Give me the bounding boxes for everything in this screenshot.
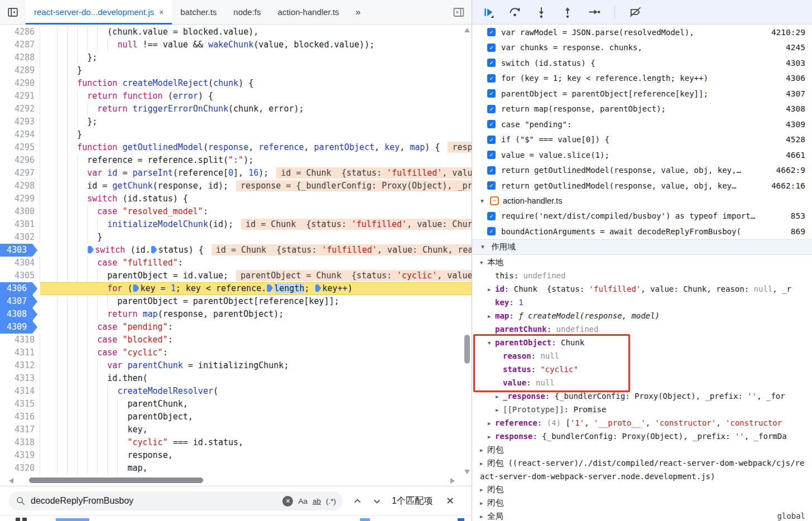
toggle-navigator-button[interactable] <box>0 0 26 24</box>
deactivate-breakpoints-button[interactable] <box>629 6 642 18</box>
editor-tab[interactable]: node:fs <box>225 0 269 24</box>
breakpoint-row[interactable]: boundActionArguments = await decodeReply… <box>472 224 812 239</box>
scope-row[interactable]: ▶闭包 ((react-server)/./dist/compiled/reac… <box>472 457 812 483</box>
line-number[interactable]: 4293 <box>0 115 40 128</box>
editor-tab[interactable]: batcher.ts <box>172 0 225 24</box>
scroll-left-arrow[interactable] <box>9 478 13 484</box>
line-number[interactable]: 4301 <box>0 218 40 231</box>
chevron-right-icon[interactable]: ▶ <box>480 444 487 457</box>
line-number[interactable]: 4302 <box>0 231 40 244</box>
line-number[interactable]: 4289 <box>0 64 40 77</box>
line-number[interactable]: 4305 <box>0 269 40 282</box>
line-number[interactable]: 4300 <box>0 205 40 218</box>
line-number[interactable]: 4290 <box>0 77 40 90</box>
breakpoint-checkbox-checked[interactable] <box>487 44 496 52</box>
chevron-right-icon[interactable]: ▶ <box>496 390 503 403</box>
continue-to-location-marker[interactable] <box>133 284 139 292</box>
continue-to-location-marker[interactable] <box>151 246 157 253</box>
line-number[interactable]: 4291 <box>0 90 40 103</box>
breakpoint-row[interactable]: require('next/dist/compiled/busboy') as … <box>472 209 812 224</box>
line-number[interactable]: 4320 <box>0 462 40 475</box>
scope-row[interactable]: ▶response: {_bundlerConfig: Proxy(Object… <box>472 430 812 443</box>
line-number[interactable]: 4287 <box>0 38 40 51</box>
toggle-debugger-sidebar-button[interactable] <box>446 0 472 24</box>
resume-script-button[interactable] <box>482 6 494 18</box>
line-number[interactable]: 4317 <box>0 423 40 436</box>
scroll-up-arrow[interactable] <box>464 28 470 32</box>
chevron-right-icon[interactable]: ▶ <box>480 497 487 510</box>
horizontal-scrollbar[interactable] <box>0 475 472 486</box>
find-input-pill[interactable]: ✕ Aa ab (.*) <box>9 491 343 510</box>
scope-row[interactable]: ▼parentObject: Chunk <box>472 336 812 350</box>
breakpoint-checkbox-checked[interactable] <box>487 151 496 159</box>
more-tabs-button[interactable]: » <box>348 0 369 24</box>
source-code-editor[interactable]: 4286 (chunk.value = blocked.value),4287 … <box>0 25 472 475</box>
breakpoint-badge[interactable]: 4303 <box>0 244 40 257</box>
previous-match-button[interactable] <box>353 496 362 506</box>
line-number[interactable]: 4295 <box>0 141 40 154</box>
chevron-right-icon[interactable]: ▶ <box>488 431 495 443</box>
scope-row[interactable]: key: 1 <box>472 296 812 310</box>
scope-row[interactable]: value: null <box>472 377 812 390</box>
breakpoint-row[interactable]: return getOutlinedModel(response, value,… <box>472 163 812 179</box>
breakpoint-checkbox-checked[interactable] <box>487 74 496 83</box>
breakpoint-checkbox-checked[interactable] <box>487 166 496 175</box>
match-case-toggle[interactable]: Aa <box>298 497 307 505</box>
scope-row[interactable]: this: undefined <box>472 269 812 283</box>
scope-row[interactable]: ▶_response: {_bundlerConfig: Proxy(Objec… <box>472 390 812 403</box>
editor-tab[interactable]: action-handler.ts <box>270 0 348 24</box>
line-number[interactable]: 4316 <box>0 411 40 423</box>
breakpoint-checkbox-checked[interactable] <box>487 227 496 235</box>
step-over-button[interactable] <box>508 6 521 18</box>
scroll-down-arrow[interactable] <box>464 470 470 474</box>
breakpoint-checkbox-checked[interactable] <box>487 59 496 67</box>
chevron-right-icon[interactable]: ▶ <box>480 510 487 521</box>
continue-to-location-marker[interactable] <box>88 246 94 253</box>
line-number[interactable]: 4314 <box>0 385 40 398</box>
step-button[interactable] <box>588 6 600 18</box>
breakpoint-row[interactable]: return getOutlinedModel(response, value,… <box>472 178 812 194</box>
breakpoint-checkbox-checked[interactable] <box>487 28 496 36</box>
breakpoint-row[interactable]: var chunks = response._chunks,4245 <box>472 40 812 56</box>
chevron-right-icon[interactable]: ▶ <box>488 283 495 296</box>
scope-row[interactable]: ▶id: Chunk {status: 'fulfilled', value: … <box>472 283 812 296</box>
step-into-button[interactable] <box>535 6 547 18</box>
scope-row[interactable]: ▶闭包 <box>472 496 812 510</box>
line-number[interactable]: 4292 <box>0 103 40 115</box>
scope-row[interactable]: ▶全局global <box>472 510 812 521</box>
breakpoint-badge[interactable]: 4306 <box>0 282 40 295</box>
breakpoint-file-group-header[interactable]: ▼action-handler.ts <box>472 194 812 209</box>
breakpoint-badge[interactable]: 4308 <box>0 308 40 321</box>
line-number[interactable]: 4315 <box>0 398 40 411</box>
vertical-scroll-thumb[interactable] <box>464 335 470 364</box>
next-match-button[interactable] <box>372 496 382 506</box>
breakpoint-checkbox-checked[interactable] <box>487 105 496 113</box>
line-number[interactable]: 4311 <box>0 346 40 359</box>
scope-row[interactable]: ▼本地 <box>472 256 812 269</box>
line-number[interactable]: 4312 <box>0 359 40 372</box>
find-input[interactable] <box>31 496 277 506</box>
editor-tab[interactable]: react-server-do...development.js× <box>26 0 172 24</box>
breakpoint-row[interactable]: return map(response, parentObject);4308 <box>472 102 812 117</box>
scope-row[interactable]: reason: null <box>472 350 812 363</box>
scope-row[interactable]: ▶闭包 <box>472 483 812 496</box>
line-number[interactable]: 4294 <box>0 128 40 141</box>
breakpoint-row[interactable]: var rawModel = JSON.parse(resolvedModel)… <box>472 25 812 40</box>
line-number[interactable]: 4318 <box>0 436 40 449</box>
breakpoint-row[interactable]: value = value.slice(1);4661 <box>472 147 812 163</box>
line-number[interactable]: 4313 <box>0 372 40 385</box>
chevron-right-icon[interactable]: ▶ <box>488 310 495 323</box>
continue-to-location-marker[interactable] <box>267 284 273 292</box>
scope-row[interactable]: ▶[[Prototype]]: Promise <box>472 403 812 417</box>
horizontal-scroll-thumb[interactable] <box>29 477 203 483</box>
scope-row[interactable]: ▶map: ƒ createModel(response, model) <box>472 310 812 323</box>
breakpoint-badge[interactable]: 4309 <box>0 321 40 334</box>
scope-row[interactable]: parentChunk: undefined <box>472 323 812 336</box>
scope-section-header[interactable]: ▼ 作用域 <box>472 239 812 255</box>
scope-row[interactable]: status: "cyclic" <box>472 363 812 377</box>
line-number[interactable]: 4298 <box>0 180 40 192</box>
chevron-down-icon[interactable]: ▼ <box>480 257 487 269</box>
breakpoint-row[interactable]: case "pending":4309 <box>472 117 812 132</box>
clear-search-button[interactable]: ✕ <box>282 496 293 506</box>
breakpoint-row[interactable]: parentObject = parentObject[reference[ke… <box>472 86 812 102</box>
